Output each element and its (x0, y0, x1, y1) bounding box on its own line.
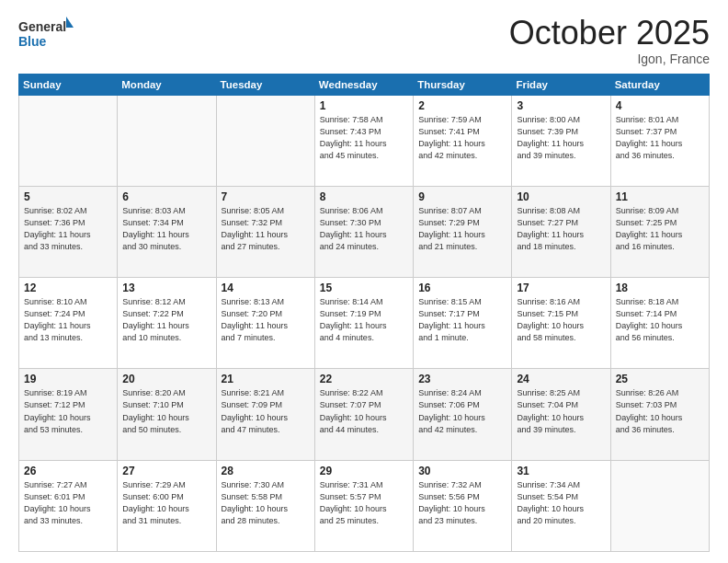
day-info: Sunrise: 8:00 AM Sunset: 7:39 PM Dayligh… (517, 114, 605, 162)
day-number: 16 (418, 282, 506, 294)
day-number: 4 (616, 99, 704, 112)
day-info: Sunrise: 8:09 AM Sunset: 7:25 PM Dayligh… (616, 205, 704, 253)
day-info: Sunrise: 8:22 AM Sunset: 7:07 PM Dayligh… (320, 387, 408, 435)
day-number: 13 (122, 282, 210, 294)
table-row: 12Sunrise: 8:10 AM Sunset: 7:24 PM Dayli… (19, 278, 118, 369)
day-info: Sunrise: 8:19 AM Sunset: 7:12 PM Dayligh… (24, 387, 112, 435)
day-number: 8 (320, 190, 408, 203)
day-info: Sunrise: 8:26 AM Sunset: 7:03 PM Dayligh… (616, 387, 704, 435)
day-number: 18 (616, 282, 704, 294)
col-thursday: Thursday (414, 74, 512, 95)
table-row: 15Sunrise: 8:14 AM Sunset: 7:19 PM Dayli… (314, 278, 413, 369)
day-info: Sunrise: 8:14 AM Sunset: 7:19 PM Dayligh… (320, 296, 408, 344)
day-number: 31 (517, 465, 605, 477)
table-row: 8Sunrise: 8:06 AM Sunset: 7:30 PM Daylig… (314, 186, 413, 277)
day-info: Sunrise: 7:29 AM Sunset: 6:00 PM Dayligh… (122, 479, 210, 527)
table-row: 26Sunrise: 7:27 AM Sunset: 6:01 PM Dayli… (19, 460, 118, 551)
table-row: 17Sunrise: 8:16 AM Sunset: 7:15 PM Dayli… (512, 278, 610, 369)
calendar-week-row: 5Sunrise: 8:02 AM Sunset: 7:36 PM Daylig… (19, 186, 710, 277)
table-row: 22Sunrise: 8:22 AM Sunset: 7:07 PM Dayli… (314, 369, 413, 460)
svg-text:Blue: Blue (18, 34, 47, 49)
day-number: 15 (320, 282, 408, 294)
table-row: 1Sunrise: 7:58 AM Sunset: 7:43 PM Daylig… (314, 95, 413, 186)
day-number: 29 (320, 465, 408, 477)
day-number: 21 (222, 373, 310, 385)
table-row: 7Sunrise: 8:05 AM Sunset: 7:32 PM Daylig… (216, 186, 314, 277)
table-row: 10Sunrise: 8:08 AM Sunset: 7:27 PM Dayli… (512, 186, 610, 277)
day-number: 22 (320, 373, 408, 385)
day-info: Sunrise: 8:12 AM Sunset: 7:22 PM Dayligh… (122, 296, 210, 344)
day-number: 9 (418, 190, 506, 203)
col-tuesday: Tuesday (216, 74, 314, 95)
table-row: 27Sunrise: 7:29 AM Sunset: 6:00 PM Dayli… (118, 460, 216, 551)
day-info: Sunrise: 8:03 AM Sunset: 7:34 PM Dayligh… (122, 205, 210, 253)
page: General Blue October 2025 Igon, France S… (0, 0, 728, 563)
day-info: Sunrise: 8:25 AM Sunset: 7:04 PM Dayligh… (517, 387, 605, 435)
day-info: Sunrise: 7:27 AM Sunset: 6:01 PM Dayligh… (24, 479, 112, 527)
day-number: 5 (24, 190, 112, 203)
day-info: Sunrise: 7:58 AM Sunset: 7:43 PM Dayligh… (320, 114, 408, 162)
calendar-header-row: Sunday Monday Tuesday Wednesday Thursday… (19, 74, 710, 95)
day-info: Sunrise: 7:32 AM Sunset: 5:56 PM Dayligh… (418, 479, 506, 527)
table-row: 28Sunrise: 7:30 AM Sunset: 5:58 PM Dayli… (216, 460, 314, 551)
svg-text:General: General (18, 19, 66, 34)
day-number: 12 (24, 282, 112, 294)
day-number: 2 (418, 99, 506, 112)
day-info: Sunrise: 8:16 AM Sunset: 7:15 PM Dayligh… (517, 296, 605, 344)
calendar-week-row: 26Sunrise: 7:27 AM Sunset: 6:01 PM Dayli… (19, 460, 710, 551)
day-info: Sunrise: 8:08 AM Sunset: 7:27 PM Dayligh… (517, 205, 605, 253)
day-info: Sunrise: 8:07 AM Sunset: 7:29 PM Dayligh… (418, 205, 506, 253)
table-row: 11Sunrise: 8:09 AM Sunset: 7:25 PM Dayli… (610, 186, 709, 277)
day-info: Sunrise: 8:10 AM Sunset: 7:24 PM Dayligh… (24, 296, 112, 344)
calendar-week-row: 19Sunrise: 8:19 AM Sunset: 7:12 PM Dayli… (19, 369, 710, 460)
logo: General Blue (18, 15, 74, 53)
calendar-body: 1Sunrise: 7:58 AM Sunset: 7:43 PM Daylig… (19, 95, 710, 551)
day-number: 23 (418, 373, 506, 385)
svg-marker-2 (66, 17, 74, 28)
table-row: 9Sunrise: 8:07 AM Sunset: 7:29 PM Daylig… (414, 186, 512, 277)
day-number: 10 (517, 190, 605, 203)
table-row: 18Sunrise: 8:18 AM Sunset: 7:14 PM Dayli… (610, 278, 709, 369)
day-number: 7 (222, 190, 310, 203)
day-info: Sunrise: 7:30 AM Sunset: 5:58 PM Dayligh… (222, 479, 310, 527)
day-number: 1 (320, 99, 408, 112)
table-row: 31Sunrise: 7:34 AM Sunset: 5:54 PM Dayli… (512, 460, 610, 551)
day-info: Sunrise: 8:02 AM Sunset: 7:36 PM Dayligh… (24, 205, 112, 253)
day-number: 6 (122, 190, 210, 203)
table-row: 2Sunrise: 7:59 AM Sunset: 7:41 PM Daylig… (414, 95, 512, 186)
day-info: Sunrise: 7:31 AM Sunset: 5:57 PM Dayligh… (320, 479, 408, 527)
table-row: 21Sunrise: 8:21 AM Sunset: 7:09 PM Dayli… (216, 369, 314, 460)
col-wednesday: Wednesday (314, 74, 413, 95)
table-row: 14Sunrise: 8:13 AM Sunset: 7:20 PM Dayli… (216, 278, 314, 369)
table-row (610, 460, 709, 551)
header: General Blue October 2025 Igon, France (18, 15, 710, 66)
day-number: 14 (222, 282, 310, 294)
table-row: 23Sunrise: 8:24 AM Sunset: 7:06 PM Dayli… (414, 369, 512, 460)
table-row: 13Sunrise: 8:12 AM Sunset: 7:22 PM Dayli… (118, 278, 216, 369)
day-info: Sunrise: 7:59 AM Sunset: 7:41 PM Dayligh… (418, 114, 506, 162)
day-info: Sunrise: 8:06 AM Sunset: 7:30 PM Dayligh… (320, 205, 408, 253)
day-info: Sunrise: 8:21 AM Sunset: 7:09 PM Dayligh… (222, 387, 310, 435)
day-number: 28 (222, 465, 310, 477)
day-info: Sunrise: 8:13 AM Sunset: 7:20 PM Dayligh… (222, 296, 310, 344)
day-number: 27 (122, 465, 210, 477)
table-row: 16Sunrise: 8:15 AM Sunset: 7:17 PM Dayli… (414, 278, 512, 369)
logo-svg: General Blue (18, 15, 74, 53)
day-number: 25 (616, 373, 704, 385)
day-info: Sunrise: 7:34 AM Sunset: 5:54 PM Dayligh… (517, 479, 605, 527)
day-number: 26 (24, 465, 112, 477)
table-row: 20Sunrise: 8:20 AM Sunset: 7:10 PM Dayli… (118, 369, 216, 460)
col-monday: Monday (118, 74, 216, 95)
table-row (118, 95, 216, 186)
table-row (216, 95, 314, 186)
day-info: Sunrise: 8:20 AM Sunset: 7:10 PM Dayligh… (122, 387, 210, 435)
table-row: 19Sunrise: 8:19 AM Sunset: 7:12 PM Dayli… (19, 369, 118, 460)
col-friday: Friday (512, 74, 610, 95)
day-number: 3 (517, 99, 605, 112)
table-row: 6Sunrise: 8:03 AM Sunset: 7:34 PM Daylig… (118, 186, 216, 277)
day-number: 24 (517, 373, 605, 385)
col-sunday: Sunday (19, 74, 118, 95)
table-row (19, 95, 118, 186)
day-number: 19 (24, 373, 112, 385)
table-row: 29Sunrise: 7:31 AM Sunset: 5:57 PM Dayli… (314, 460, 413, 551)
